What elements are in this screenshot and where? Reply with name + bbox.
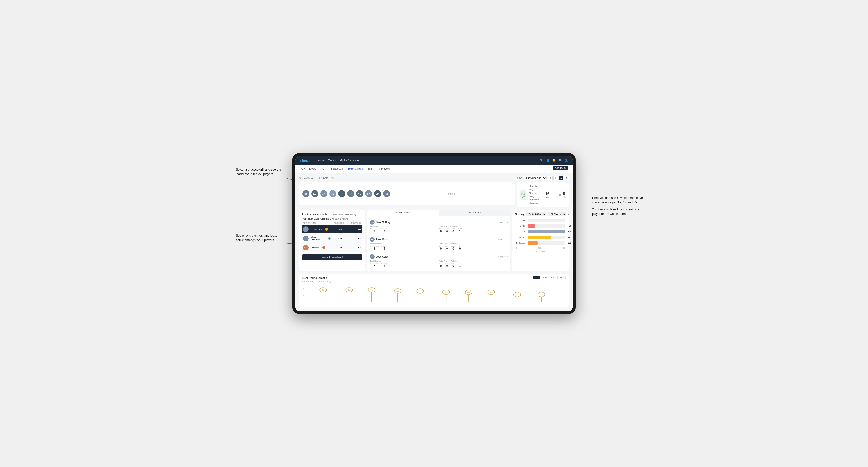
svg-text:6: 6: [303, 295, 305, 297]
user-icon[interactable]: 👤: [565, 159, 568, 162]
pa-practice-activities-1: Total Practice Activities OTT 0 APP: [439, 225, 507, 233]
medal-silver: 2: [328, 237, 331, 240]
view-full-leaderboard-button[interactable]: View Full Leaderboard: [302, 254, 362, 260]
avatar[interactable]: JC: [329, 190, 336, 197]
pa-tournament-3: Tournament 7: [370, 262, 379, 268]
bar-birdies: Birdies 96: [516, 224, 565, 228]
tab-pgat-players[interactable]: PGAT Players: [300, 167, 316, 173]
streaks-title: Best Round Streaks: [302, 276, 327, 279]
shot-yds: 16 yds 0 yds: [545, 192, 566, 198]
bell-icon[interactable]: 🔔: [552, 159, 556, 162]
tablet-screen: clippd Home Teams My Performance 🔍 👥 🔔 ⚙…: [295, 156, 573, 311]
streak-chart-svg: 8 6 4 7x: [302, 285, 566, 306]
tab-pga[interactable]: PGA: [321, 167, 327, 173]
tab-most-active[interactable]: Most Active: [368, 210, 439, 216]
nav-bar: clippd Home Teams My Performance 🔍 👥 🔔 ⚙…: [295, 156, 573, 165]
shot-info-card: 198 yds Shot Dist: 14 yds Start Lie: Rou…: [517, 182, 569, 207]
pa-stats-1: Total Rounds Tournament 7 Practice: [370, 225, 507, 233]
par-filter-dropdown[interactable]: Par 3, 4 & 5s Par 3s Par 4s Par 5s: [526, 212, 546, 216]
lb-score-3: 17/20: [331, 247, 347, 249]
tab-least-active[interactable]: Least Active: [439, 210, 510, 216]
player-activity-1: BM Blair McHarg 26 Aug 2023 Total Rounds: [370, 218, 507, 235]
activity-tabs: Most Active Least Active: [368, 210, 510, 216]
pa-tournament-1: Tournament 7: [370, 228, 379, 233]
avatar[interactable]: JM: [374, 190, 381, 197]
view-list[interactable]: ☰: [559, 176, 563, 181]
svg-text:5x: 5x: [419, 290, 422, 292]
avatar[interactable]: BH: [365, 190, 372, 197]
avatar[interactable]: EC: [311, 190, 318, 197]
player-filter-dropdown[interactable]: All Players: [548, 212, 566, 216]
avatar[interactable]: AM: [356, 190, 363, 197]
filter-app[interactable]: APP: [541, 276, 548, 280]
pa-stats-3: Total Rounds Tournament 7 Practice: [370, 260, 507, 268]
team-header: Team Clippd | 14 Players ✏️ Show: Last 3…: [299, 176, 569, 181]
pa-total-rounds-3: Total Rounds Tournament 7 Practice: [370, 260, 438, 268]
pa-header-1: BM Blair McHarg 26 Aug 2023: [370, 220, 507, 224]
main-content: Team Clippd | 14 Players ✏️ Show: Last 3…: [295, 173, 573, 311]
tab-team-clippd[interactable]: Team Clippd: [348, 167, 363, 173]
show-control: Show: Last 3 months Last 6 months Last y…: [516, 176, 569, 181]
scoring-title: Scoring: [515, 213, 524, 216]
pa-practice-1: Practice 6: [381, 228, 387, 233]
view-grid-sm[interactable]: ⊞: [548, 176, 553, 181]
bar-fill-birdies: [528, 224, 535, 228]
users-icon[interactable]: 👥: [546, 159, 550, 162]
lb-row-1: RB Richard Butler ★ 19/20 110: [302, 225, 362, 234]
settings-icon[interactable]: ⚙️: [559, 159, 562, 162]
pa-avatar-3: JC: [370, 254, 375, 259]
medal-gold: ★: [325, 228, 328, 231]
avatar[interactable]: PW: [347, 190, 354, 197]
lb-col-headers: PLAYER NAME PB SCORE PB AVG SQ: [302, 222, 362, 224]
bar-fill-bogeys: [528, 236, 551, 239]
edit-icon[interactable]: ✏️: [331, 177, 334, 179]
filter-putt[interactable]: PUTT: [557, 276, 566, 280]
nav-home[interactable]: Home: [317, 158, 324, 163]
tab-all-players[interactable]: All Players: [378, 167, 390, 173]
avatar[interactable]: CM: [320, 190, 328, 197]
show-dropdown[interactable]: Last 3 months Last 6 months Last year: [524, 176, 547, 180]
streaks-header: Best Round Streaks OTT APP ARG PUTT: [302, 276, 566, 280]
view-filter[interactable]: ⇅: [564, 176, 569, 181]
lb-avatar-2: EC: [303, 236, 309, 241]
avatar[interactable]: RS: [383, 190, 390, 197]
pa-arg-1: ARG 0: [452, 228, 455, 233]
add-team-button[interactable]: Add Team: [553, 166, 568, 170]
yds-left-label: yds: [545, 196, 550, 198]
filter-ott[interactable]: OTT: [533, 276, 540, 280]
app-logo: clippd: [300, 158, 310, 162]
scoring-footer: Total Shots: [515, 250, 566, 253]
svg-text:4x: 4x: [467, 291, 470, 293]
lb-subtitle: PUTT Must Make Putting (3-6 ft), Last 3 …: [302, 218, 362, 220]
tab-hcaps[interactable]: Hcaps 1-5: [331, 167, 343, 173]
bar-fill-pars: [528, 230, 565, 233]
yds-right: 0: [563, 192, 566, 196]
nav-teams[interactable]: Teams: [328, 158, 336, 163]
avatar[interactable]: TK: [338, 190, 345, 197]
pa-player-3: JC Josh Coles: [370, 254, 389, 259]
practice-drill-dropdown[interactable]: PUTT Must Make Putting ... ▾: [331, 213, 362, 216]
svg-text:3x: 3x: [540, 294, 543, 296]
tab-tour[interactable]: Tour: [368, 167, 373, 173]
pa-date-3: 26 Aug 2023: [497, 256, 507, 258]
lb-avg-1: 110: [347, 228, 361, 230]
nav-right: 🔍 👥 🔔 ⚙️ 👤: [540, 159, 568, 162]
scoring-filter-expand[interactable]: ▾: [568, 213, 569, 216]
streaks-section: Best Round Streaks OTT APP ARG PUTT Off …: [299, 274, 569, 308]
medal-bronze: 3: [322, 246, 325, 249]
pa-total-rounds-2: Total Rounds Tournament 8 Practice: [370, 243, 438, 250]
avatar[interactable]: RB: [302, 190, 309, 197]
streaks-filters: OTT APP ARG PUTT: [533, 276, 566, 280]
lb-score-2: 18/20: [331, 237, 347, 240]
annotation-bottom-left: See who is the most and least active amo…: [236, 233, 283, 243]
pa-avatar-2: RB: [370, 237, 375, 242]
filter-arg[interactable]: ARG: [549, 276, 556, 280]
team-player-count: | 14 Players: [316, 177, 328, 179]
view-grid-lg[interactable]: ⊟: [553, 176, 558, 181]
players-label: Players: [392, 193, 512, 195]
search-icon[interactable]: 🔍: [540, 159, 544, 162]
svg-text:4x: 4x: [490, 291, 493, 293]
nav-performance[interactable]: My Performance: [340, 158, 359, 163]
svg-text:4x: 4x: [445, 291, 448, 293]
lb-player-3: CM Cameron... 3: [303, 245, 331, 250]
